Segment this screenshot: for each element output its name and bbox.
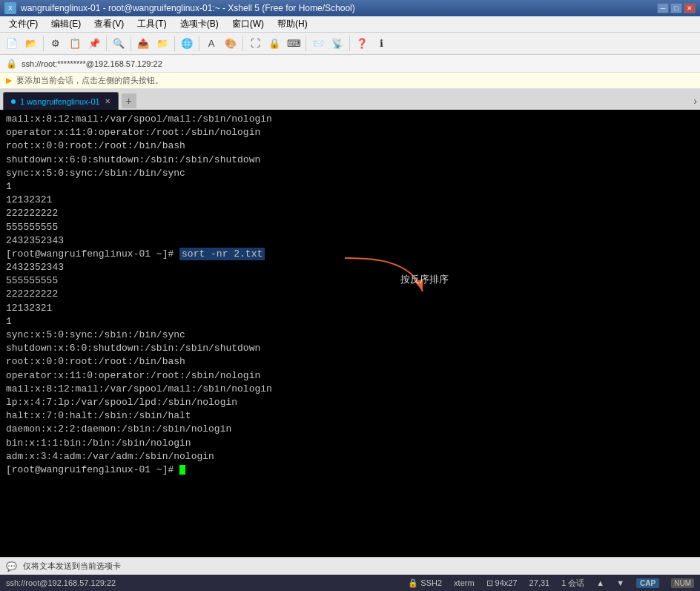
status-text: 仅将文本发送到当前选项卡 [23, 561, 121, 572]
keyboard-button[interactable]: ⌨ [285, 35, 303, 53]
properties-button[interactable]: ⚙ [47, 35, 65, 53]
tab-close-button[interactable]: ✕ [105, 97, 110, 105]
menu-tools[interactable]: 工具(T) [131, 16, 172, 32]
term-line-9: 555555555 [6, 221, 694, 234]
tab-indicator [11, 99, 16, 104]
position-label: 27,31 [529, 578, 550, 587]
toolbar-sep-3 [131, 36, 131, 51]
color-button[interactable]: 🎨 [222, 35, 240, 53]
toolbar-sep-5 [199, 36, 199, 51]
scroll-up-button[interactable]: ▲ [596, 578, 604, 587]
minimize-button[interactable]: ─ [657, 3, 669, 13]
connection-address: ssh://root@192.168.57.129:22 [6, 578, 116, 587]
font-button[interactable]: A [202, 35, 220, 53]
new-session-button[interactable]: 📄 [3, 35, 21, 53]
help-button[interactable]: ❓ [353, 35, 371, 53]
menu-help[interactable]: 帮助(H) [271, 16, 314, 32]
close-button[interactable]: ✕ [684, 3, 696, 13]
term-line-8: 222222222 [6, 207, 694, 220]
lock-status: 🔒 SSH2 [408, 578, 442, 588]
scroll-down-button[interactable]: ▼ [616, 578, 624, 587]
sessions-status: 1 会话 [561, 578, 584, 589]
lock-icon: 🔒 [6, 59, 17, 69]
menu-bar: 文件(F) 编辑(E) 查看(V) 工具(T) 选项卡(B) 窗口(W) 帮助(… [0, 16, 700, 33]
term-line-4: shutdown:x:6:0:shutdown:/sbin:/sbin/shut… [6, 153, 694, 167]
tab-label: 1 wangruifenglinux-01 [20, 97, 100, 106]
send-button[interactable]: 📨 [309, 35, 327, 53]
position-status: 27,31 [529, 578, 550, 587]
toolbar-sep-2 [106, 36, 107, 51]
transfer-button[interactable]: 📤 [134, 35, 152, 53]
term-prompt-final: [root@wangruifenglinux-01 ~]# [6, 463, 694, 477]
term-line-24: bin:x:1:1:bin:/bin:/sbin/nologin [6, 437, 694, 450]
terminal[interactable]: mail:x:8:12:mail:/var/spool/mail:/sbin/n… [0, 110, 700, 557]
window-controls[interactable]: ─ □ ✕ [657, 3, 696, 13]
term-line-18: root:x:0:0:root:/root:/bin/bash [6, 355, 694, 369]
new-tab-button[interactable]: + [122, 93, 136, 108]
cursor [179, 465, 185, 475]
lock-button[interactable]: 🔒 [265, 35, 283, 53]
term-line-7: 12132321 [6, 194, 694, 207]
info-button[interactable]: ℹ [372, 35, 390, 53]
tab-scroll-right-button[interactable]: › [693, 95, 697, 107]
open-button[interactable]: 📂 [22, 35, 40, 53]
search-button[interactable]: 🔍 [110, 35, 128, 53]
title-bar: X wangruifenglinux-01 - root@wangruifeng… [0, 0, 700, 16]
address-bar: 🔒 ssh://root:*********@192.168.57.129:22 [0, 55, 700, 73]
term-line-1: mail:x:8:12:mail:/var/spool/mail:/sbin/n… [6, 113, 694, 126]
maximize-button[interactable]: □ [670, 3, 682, 13]
tab-session-1[interactable]: 1 wangruifenglinux-01 ✕ [3, 92, 119, 110]
annotation-text: 按反序排序 [400, 273, 449, 286]
protocol-label: SSH2 [420, 578, 442, 587]
status-icon: 💬 [6, 561, 17, 572]
tab-bar: 1 wangruifenglinux-01 ✕ + › [0, 89, 700, 110]
address-text: ssh://root:*********@192.168.57.129:22 [22, 59, 162, 68]
term-line-20: mail:x:8:12:mail:/var/spool/mail:/sbin/n… [6, 383, 694, 396]
term-line-19: operator:x:11:0:operator:/root:/sbin/nol… [6, 369, 694, 383]
toolbar: 📄 📂 ⚙ 📋 📌 🔍 📤 📁 🌐 A 🎨 ⛶ 🔒 ⌨ 📨 📡 ❓ ℹ [0, 33, 700, 55]
term-line-16: sync:x:5:0:sync:/sbin:/bin/sync [6, 328, 694, 342]
term-line-14: 12132321 [6, 302, 694, 315]
menu-edit[interactable]: 编辑(E) [45, 16, 87, 32]
window-title: wangruifenglinux-01 - root@wangruifengli… [21, 3, 355, 13]
bottom-address: ssh://root@192.168.57.129:22 [6, 578, 396, 587]
size-status: ⊡ 94x27 [486, 578, 518, 588]
term-line-21: lp:x:4:7:lp:/var/spool/lpd:/sbin/nologin [6, 396, 694, 409]
menu-window[interactable]: 窗口(W) [226, 16, 270, 32]
term-line-22: halt:x:7:0:halt:/sbin:/sbin/halt [6, 409, 694, 423]
size-icon: ⊡ [486, 578, 493, 588]
broadcast-button[interactable]: 📡 [328, 35, 346, 53]
status-bar: 💬 仅将文本发送到当前选项卡 [0, 557, 700, 575]
term-line-25: adm:x:3:4:adm:/var/adm:/sbin/nologin [6, 450, 694, 463]
info-icon: ▶ [6, 76, 12, 85]
menu-file[interactable]: 文件(F) [3, 16, 44, 32]
encoding-status: xterm [454, 578, 475, 587]
encoding-label: xterm [454, 578, 475, 587]
toolbar-sep-1 [43, 36, 44, 51]
size-label: 94x27 [495, 578, 518, 587]
sftp-button[interactable]: 📁 [153, 35, 171, 53]
toolbar-sep-7 [306, 36, 306, 51]
info-bar: ▶ 要添加当前会话，点击左侧的箭头按钮。 [0, 73, 700, 89]
lock-icon: 🔒 [408, 578, 418, 588]
term-line-3: root:x:0:0:root:/root:/bin/bash [6, 139, 694, 153]
term-line-2: operator:x:11:0:operator:/root:/sbin/nol… [6, 126, 694, 139]
paste-button[interactable]: 📌 [85, 35, 103, 53]
menu-tab[interactable]: 选项卡(B) [174, 16, 225, 32]
globe-button[interactable]: 🌐 [178, 35, 196, 53]
term-line-5: sync:x:5:0:sync:/sbin:/bin/sync [6, 167, 694, 180]
bottom-status-items: 🔒 SSH2 xterm ⊡ 94x27 27,31 1 会话 ▲ ▼ CAP … [408, 578, 694, 589]
term-line-23: daemon:x:2:2:daemon:/sbin:/sbin/nologin [6, 423, 694, 436]
sessions-label: 1 会话 [561, 578, 584, 589]
compress-button[interactable]: ⛶ [246, 35, 264, 53]
bottom-bar: ssh://root@192.168.57.129:22 🔒 SSH2 xter… [0, 575, 700, 591]
cap-badge: CAP [636, 578, 659, 588]
copy-button[interactable]: 📋 [66, 35, 84, 53]
term-line-15: 1 [6, 315, 694, 328]
toolbar-sep-4 [174, 36, 175, 51]
term-line-17: shutdown:x:6:0:shutdown:/sbin:/sbin/shut… [6, 342, 694, 355]
app-icon: X [4, 2, 16, 14]
term-line-10: 2432352343 [6, 234, 694, 248]
menu-view[interactable]: 查看(V) [88, 16, 130, 32]
toolbar-sep-6 [242, 36, 243, 51]
